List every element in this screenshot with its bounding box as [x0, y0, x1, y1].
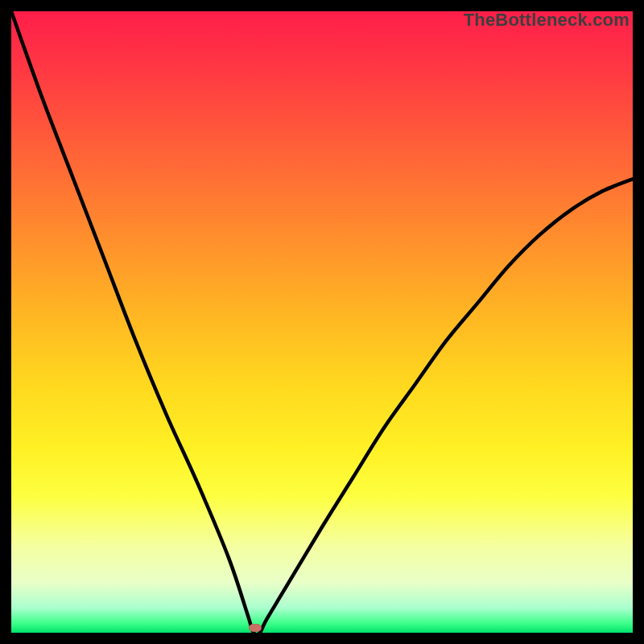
- plot-area: TheBottleneck.com: [11, 11, 633, 633]
- optimal-point-marker: [249, 624, 262, 632]
- bottleneck-curve: [11, 11, 633, 633]
- chart-frame: TheBottleneck.com: [0, 0, 644, 644]
- curve-path: [11, 11, 633, 634]
